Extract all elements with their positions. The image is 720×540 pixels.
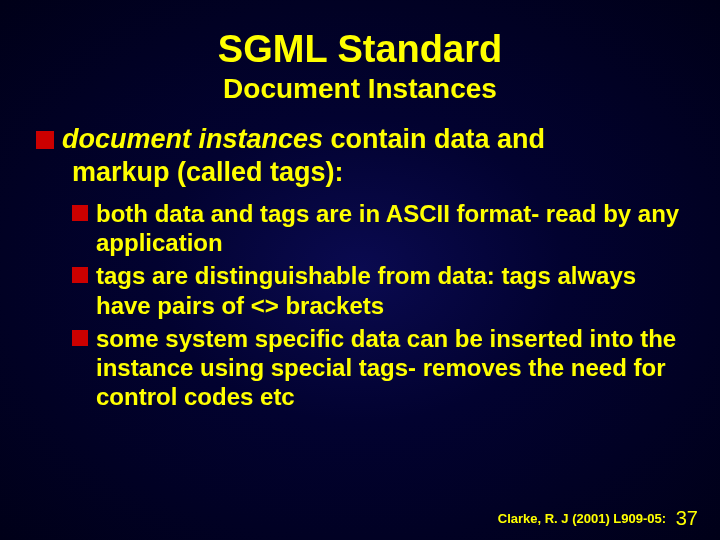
bullet-level2-group: both data and tags are in ASCII format- … (36, 199, 684, 412)
square-bullet-icon (36, 131, 54, 149)
list-item-text: some system specific data can be inserte… (96, 324, 684, 412)
slide-title: SGML Standard (30, 28, 690, 71)
slide: SGML Standard Document Instances documen… (0, 0, 720, 540)
lead-rest: contain data and (323, 124, 545, 154)
slide-subtitle: Document Instances (30, 73, 690, 105)
list-item: both data and tags are in ASCII format- … (72, 199, 684, 258)
square-bullet-icon (72, 267, 88, 283)
footer: Clarke, R. J (2001) L909-05: 37 (498, 507, 698, 530)
list-item-text: tags are distinguishable from data: tags… (96, 261, 684, 320)
lead-continuation: markup (called tags): (36, 156, 684, 189)
bullet-level1: document instances contain data and mark… (36, 123, 684, 189)
square-bullet-icon (72, 330, 88, 346)
list-item: some system specific data can be inserte… (72, 324, 684, 412)
list-item-text: both data and tags are in ASCII format- … (96, 199, 684, 258)
citation-text: Clarke, R. J (2001) L909-05: (498, 511, 666, 526)
list-item: tags are distinguishable from data: tags… (72, 261, 684, 320)
emphasis-text: document instances (62, 124, 323, 154)
page-number: 37 (676, 507, 698, 529)
square-bullet-icon (72, 205, 88, 221)
slide-body: document instances contain data and mark… (30, 123, 690, 412)
